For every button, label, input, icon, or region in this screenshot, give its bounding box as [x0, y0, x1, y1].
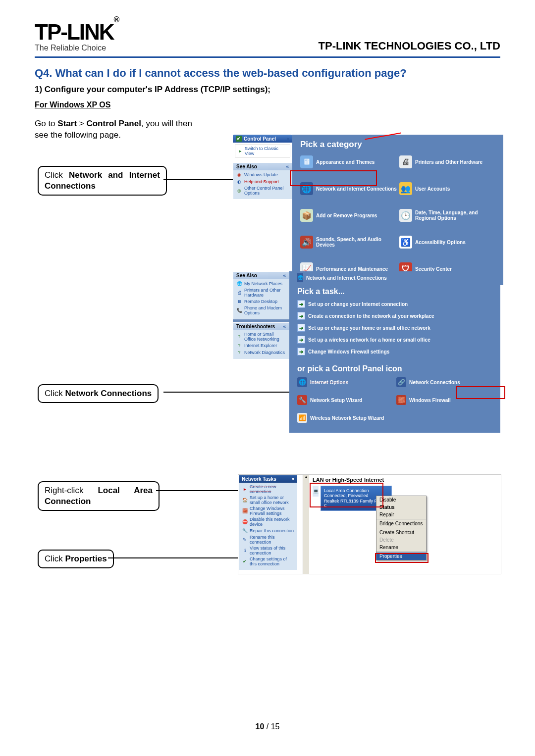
task-link[interactable]: ℹView status of this connection: [242, 545, 294, 556]
company-name: TP-LINK TECHNOLOGIES CO., LTD: [319, 40, 500, 52]
task-link[interactable]: 🔧Repair this connection: [242, 527, 294, 534]
chevron-up-icon[interactable]: «: [286, 164, 289, 169]
ctx-disable[interactable]: Disable: [376, 496, 426, 504]
control-panel-icon: ✔: [236, 136, 242, 142]
highlight-box-network: [290, 170, 377, 186]
help-icon: ◐: [236, 179, 242, 185]
step-heading: 1) Configure your computer's IP Address …: [35, 85, 500, 95]
sidebar-link[interactable]: ?Internet Explorer: [236, 342, 286, 349]
network-icon: 🔗: [396, 377, 406, 387]
task-link[interactable]: 🏠Set up a home or small office network: [242, 495, 294, 505]
question-title: Q4. What can I do if I cannot access the…: [35, 67, 500, 80]
ctx-repair[interactable]: Repair: [376, 511, 426, 518]
context-menu: Disable Status Repair Bridge Connections…: [376, 496, 427, 560]
scrollbar[interactable]: ▲: [303, 475, 309, 574]
sidebar-link[interactable]: 🌐My Network Places: [236, 280, 286, 287]
highlight-box-properties: [375, 553, 428, 563]
or-pick-heading: or pick a Control Panel icon: [297, 364, 495, 373]
home-net-icon: 🏠: [242, 497, 248, 503]
sidebar-link[interactable]: ◉Windows Update: [236, 171, 289, 178]
disable-icon: ⛔: [242, 519, 248, 525]
wizard-icon: 🔧: [297, 395, 307, 405]
ctx-shortcut[interactable]: Create Shortcut: [376, 529, 426, 536]
task-link[interactable]: ➔Set up or change your home or small off…: [297, 322, 495, 334]
cat-date[interactable]: 🕑Date, Time, Language, and Regional Opti…: [399, 209, 498, 222]
screenshot-control-panel: ✔ Control Panel « ▸ Switch to Classic Vi…: [233, 135, 500, 285]
page-number: 10 / 15: [0, 722, 535, 731]
task-link[interactable]: 🧱Change Windows Firewall settings: [242, 505, 294, 516]
highlight-box-netconn: [456, 386, 505, 399]
task-link[interactable]: ➔Change Windows Firewall settings: [297, 346, 495, 357]
box-icon: 📦: [300, 209, 313, 222]
globe-lang-icon: 🕑: [399, 209, 412, 222]
sidebar-link[interactable]: ◐Help and Support: [236, 178, 289, 185]
arrow-icon: ➔: [297, 300, 305, 308]
network-tasks-header: Network Tasks: [242, 476, 276, 482]
sidebar-link[interactable]: 📞Phone and Modem Options: [236, 305, 286, 316]
task-link[interactable]: ➔Create a connection to the network at y…: [297, 310, 495, 322]
arrow-icon: ➔: [297, 348, 305, 355]
cp-icon-network-wizard[interactable]: 🔧Network Setup Wizard: [297, 395, 396, 405]
task-link[interactable]: ⛔Disable this network device: [242, 516, 294, 527]
printer-icon: 🖨: [236, 290, 242, 296]
repair-icon: 🔧: [242, 528, 248, 534]
intro-text: Go to Start > Control Panel, you will th…: [35, 118, 193, 141]
highlight-box-lan: [310, 483, 383, 507]
switch-to-classic[interactable]: ▸ Switch to Classic View: [235, 145, 290, 157]
firewall-icon: 🧱: [396, 395, 406, 405]
chevron-up-icon[interactable]: «: [291, 476, 294, 482]
pick-category-heading: Pick a category: [300, 140, 498, 150]
ctx-bridge[interactable]: Bridge Connections: [376, 520, 426, 527]
sidebar-link[interactable]: ?Home or Small Office Networking: [236, 331, 286, 342]
arrow-icon: ➔: [297, 312, 305, 320]
cat-appearance[interactable]: 🖥Appearance and Themes: [300, 155, 399, 168]
firewall-icon: 🧱: [242, 508, 248, 514]
wireless-icon: 📶: [297, 413, 307, 423]
cat-addremove[interactable]: 📦Add or Remove Programs: [300, 209, 399, 222]
pick-task-heading: Pick a task...: [297, 287, 495, 296]
users-icon: 👥: [399, 182, 412, 195]
network-places-icon: 🌐: [236, 281, 242, 287]
cat-users[interactable]: 👥User Accounts: [399, 182, 498, 195]
task-link[interactable]: ▸Create a new connection: [242, 484, 294, 495]
folder-icon: ▸: [237, 148, 243, 154]
globe-icon: 🌐: [297, 273, 303, 282]
arrow-icon: ➔: [297, 324, 305, 332]
ctx-status[interactable]: Status: [376, 504, 426, 511]
cat-access[interactable]: ♿Accessibility Options: [399, 236, 498, 249]
help-q-icon: ?: [236, 350, 242, 355]
accessibility-icon: ♿: [399, 236, 412, 249]
windows-update-icon: ◉: [236, 172, 242, 178]
printer-icon: 🖨: [399, 155, 412, 168]
callout-local-area: Right-click Local Area Connection: [38, 481, 160, 511]
callout-properties: Click Properties: [38, 550, 114, 568]
sidebar-link[interactable]: 🖨Printers and Other Hardware: [236, 287, 286, 298]
arrow-icon: ➔: [297, 336, 305, 344]
sidebar-link[interactable]: 🖥Remote Desktop: [236, 298, 286, 305]
cat-printers[interactable]: 🖨Printers and Other Hardware: [399, 155, 498, 168]
cp-icon-internet-options[interactable]: 🌐Internet Options: [297, 377, 396, 387]
task-link[interactable]: ➔Set up or change your Internet connecti…: [297, 298, 495, 310]
status-icon: ℹ: [242, 548, 248, 554]
chevron-up-icon[interactable]: «: [283, 324, 286, 329]
cat-sounds[interactable]: 🔊Sounds, Speech, and Audio Devices: [300, 236, 399, 249]
sidebar-link[interactable]: ?Network Diagnostics: [236, 349, 286, 356]
ctx-rename[interactable]: Rename: [376, 544, 426, 551]
see-also-header: See Also: [236, 164, 257, 169]
cp-icon-wireless-wizard[interactable]: 📶Wireless Network Setup Wizard: [297, 413, 396, 423]
scroll-up-icon[interactable]: ▲: [303, 475, 309, 480]
task-link[interactable]: ✔Change settings of this connection: [242, 556, 294, 567]
cp-icon-network-connections[interactable]: 🔗Network Connections: [396, 377, 495, 387]
sidebar-link[interactable]: ◎Other Control Panel Options: [236, 185, 289, 196]
task-link[interactable]: ➔Set up a wireless network for a home or…: [297, 334, 495, 346]
chevron-up-icon[interactable]: «: [283, 273, 286, 278]
screenshot-network-internet: See Also« 🌐My Network Places 🖨Printers a…: [233, 271, 500, 433]
globe-icon: 🌐: [297, 377, 307, 387]
task-link[interactable]: ✎Rename this connection: [242, 534, 294, 545]
breadcrumb: Network and Internet Connections: [306, 275, 387, 281]
brand-reg: ®: [114, 15, 119, 24]
ctx-delete: Delete: [376, 536, 426, 544]
appearance-icon: 🖥: [300, 155, 313, 168]
chevron-up-icon[interactable]: «: [286, 136, 289, 142]
new-conn-icon: ▸: [242, 486, 248, 492]
